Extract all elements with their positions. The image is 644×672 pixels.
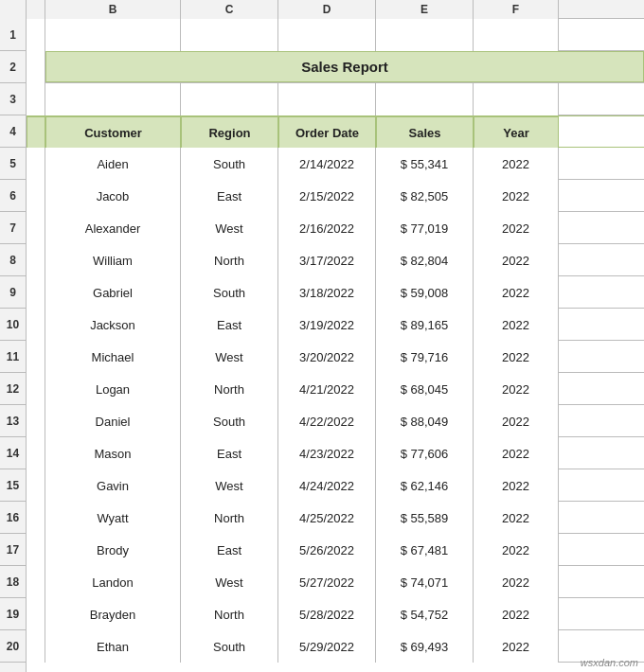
cell-3f	[474, 83, 559, 115]
cell-16-region: North	[181, 502, 278, 534]
cell-2a	[27, 51, 45, 83]
cell-14-customer: Mason	[45, 437, 181, 469]
cell-7a	[27, 212, 45, 244]
cell-19-customer: Brayden	[45, 598, 181, 630]
cell-12-sales: $ 68,045	[376, 373, 474, 405]
cell-9a	[27, 276, 45, 309]
cell-17-date: 5/26/2022	[278, 534, 376, 566]
row-num-13: 13	[0, 405, 26, 437]
cell-3b	[45, 83, 181, 115]
cell-6-customer: Jacob	[45, 180, 181, 212]
cell-8-region: North	[181, 244, 278, 276]
row-num-8: 8	[0, 244, 26, 276]
cell-18-sales: $ 74,071	[376, 566, 474, 598]
col-header-d: D	[278, 0, 376, 19]
spreadsheet: B C D E F 1 2 3 4 5 6 7 8 9 10 11 12 13 …	[0, 0, 644, 672]
cell-4a	[27, 116, 45, 149]
cell-5-date: 2/14/2022	[278, 148, 376, 180]
row-num-14: 14	[0, 437, 26, 469]
cell-13-date: 4/22/2022	[278, 405, 376, 437]
column-headers: B C D E F	[0, 0, 644, 19]
col-header-b: B	[45, 0, 181, 19]
table-row: Daniel South 4/22/2022 $ 88,049 2022	[27, 405, 644, 437]
cell-17-region: East	[181, 534, 278, 566]
cell-10-customer: Jackson	[45, 309, 181, 341]
table-row: Alexander West 2/16/2022 $ 77,019 2022	[27, 212, 644, 244]
cell-7-date: 2/16/2022	[278, 212, 376, 244]
cell-19a	[27, 598, 45, 630]
cell-13-region: South	[181, 405, 278, 437]
cell-11-year: 2022	[474, 341, 559, 373]
row-num-1: 1	[0, 19, 26, 51]
cell-3c	[181, 83, 278, 115]
cell-7-sales: $ 77,019	[376, 212, 474, 244]
cell-9-year: 2022	[474, 276, 559, 309]
cell-15-date: 4/24/2022	[278, 469, 376, 502]
cell-5a	[27, 148, 45, 180]
watermark: wsxdan.com	[581, 657, 638, 668]
cell-13-sales: $ 88,049	[376, 405, 474, 437]
table-row: Brody East 5/26/2022 $ 67,481 2022	[27, 534, 644, 566]
data-rows: Aiden South 2/14/2022 $ 55,341 2022 Jaco…	[27, 148, 644, 663]
cell-12-region: North	[181, 373, 278, 405]
cell-16a	[27, 502, 45, 534]
cell-5-region: South	[181, 148, 278, 180]
cell-10-year: 2022	[474, 309, 559, 341]
row-num-7: 7	[0, 212, 26, 244]
cell-3e	[376, 83, 474, 115]
cell-8-date: 3/17/2022	[278, 244, 376, 276]
cell-18a	[27, 566, 45, 598]
cell-14a	[27, 437, 45, 469]
cell-16-date: 4/25/2022	[278, 502, 376, 534]
col-header-c: C	[181, 0, 278, 19]
cell-17-sales: $ 67,481	[376, 534, 474, 566]
cell-15-region: West	[181, 469, 278, 502]
table-row: Ethan South 5/29/2022 $ 69,493 2022	[27, 630, 644, 663]
cell-14-date: 4/23/2022	[278, 437, 376, 469]
cell-12-year: 2022	[474, 373, 559, 405]
cell-5-sales: $ 55,341	[376, 148, 474, 180]
cell-20-region: South	[181, 630, 278, 663]
cell-11-customer: Michael	[45, 341, 181, 373]
cell-20-customer: Ethan	[45, 630, 181, 663]
header-year: Year	[474, 116, 559, 149]
row-num-20: 20	[0, 630, 26, 663]
cell-8-customer: William	[45, 244, 181, 276]
row-num-10: 10	[0, 309, 26, 341]
cell-15-sales: $ 62,146	[376, 469, 474, 502]
cell-18-date: 5/27/2022	[278, 566, 376, 598]
cell-12a	[27, 373, 45, 405]
cell-20-date: 5/29/2022	[278, 630, 376, 663]
cell-11-sales: $ 79,716	[376, 341, 474, 373]
cell-11-region: West	[181, 341, 278, 373]
cell-19-year: 2022	[474, 598, 559, 630]
cell-19-region: North	[181, 598, 278, 630]
cell-14-region: East	[181, 437, 278, 469]
row-4-headers: Customer Region Order Date Sales Year	[27, 115, 644, 148]
cell-1e	[376, 19, 474, 51]
cell-1f	[474, 19, 559, 51]
cell-17a	[27, 534, 45, 566]
cell-10-sales: $ 89,165	[376, 309, 474, 341]
col-header-f: F	[474, 0, 559, 19]
cell-6-year: 2022	[474, 180, 559, 212]
cell-6-date: 2/15/2022	[278, 180, 376, 212]
cell-3d	[278, 83, 376, 115]
cell-16-sales: $ 55,589	[376, 502, 474, 534]
table-row: Michael West 3/20/2022 $ 79,716 2022	[27, 341, 644, 373]
col-header-e: E	[376, 0, 474, 19]
row-num-19: 19	[0, 598, 26, 630]
header-region: Region	[181, 116, 278, 149]
table-row: Brayden North 5/28/2022 $ 54,752 2022	[27, 598, 644, 630]
row-num-12: 12	[0, 373, 26, 405]
cell-13-customer: Daniel	[45, 405, 181, 437]
table-row: Wyatt North 4/25/2022 $ 55,589 2022	[27, 502, 644, 534]
row-num-4: 4	[0, 115, 26, 148]
cell-7-region: West	[181, 212, 278, 244]
cell-8a	[27, 244, 45, 276]
table-row: William North 3/17/2022 $ 82,804 2022	[27, 244, 644, 276]
row-num-17: 17	[0, 534, 26, 566]
cell-1b	[45, 19, 181, 51]
cell-17-year: 2022	[474, 534, 559, 566]
cell-1d	[278, 19, 376, 51]
